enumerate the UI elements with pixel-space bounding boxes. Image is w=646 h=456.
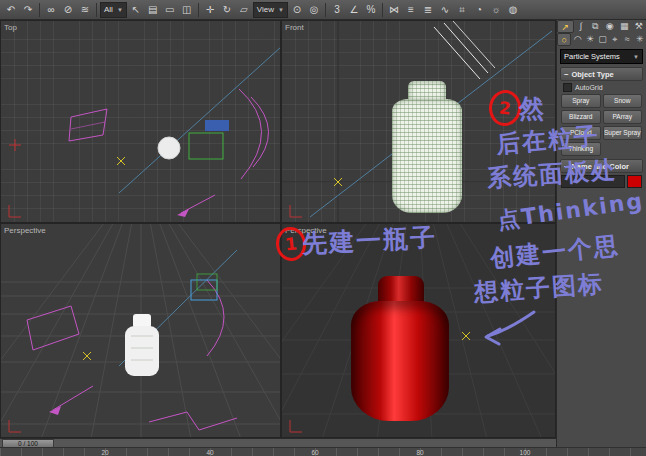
hierarchy-tab-icon[interactable]: ⧉ — [588, 20, 603, 33]
layer-manager-icon[interactable]: ≣ — [420, 2, 436, 18]
deflector-plane-wireframe[interactable] — [27, 306, 79, 350]
pivot-center-icon[interactable]: ⊙ — [289, 2, 305, 18]
name-color-rollout-header[interactable]: − Name and Color — [560, 159, 643, 173]
window-crossing-icon[interactable]: ◫ — [179, 2, 195, 18]
viewport-perspective-left[interactable]: Perspective — [0, 223, 281, 438]
snow-button[interactable]: Snow — [603, 94, 643, 108]
select-rotate-icon[interactable]: ↻ — [219, 2, 235, 18]
bottle-cap-shaded[interactable] — [133, 314, 151, 328]
parray-button[interactable]: PArray — [603, 110, 643, 124]
systems-category-icon[interactable]: ✳ — [634, 33, 646, 46]
align-icon[interactable]: ≡ — [403, 2, 419, 18]
rect-selection-region-icon[interactable]: ▭ — [162, 2, 178, 18]
chevron-down-icon: ▼ — [117, 7, 123, 13]
space-warps-category-icon[interactable]: ≈ — [621, 33, 633, 46]
bind-spacewarp-icon[interactable]: ≋ — [77, 2, 93, 18]
track-bar[interactable]: 20 40 60 80 100 — [0, 447, 646, 456]
select-by-name-icon[interactable]: ▤ — [145, 2, 161, 18]
viewport-front[interactable]: Front — [281, 20, 556, 223]
percent-snap-icon[interactable]: % — [363, 2, 379, 18]
spray-button[interactable]: Spray — [561, 94, 601, 108]
angle-snap-icon[interactable]: ∠ — [346, 2, 362, 18]
undo-icon[interactable]: ↶ — [3, 2, 19, 18]
toolbar-separator — [382, 3, 383, 17]
reference-coordinate-dropdown[interactable]: View ▼ — [253, 2, 288, 18]
rollout-collapse-icon: − — [564, 162, 568, 171]
bottle-body-wireframe[interactable] — [392, 99, 462, 213]
thinking-button[interactable]: Thinking — [561, 142, 601, 156]
material-editor-icon[interactable]: ◔ — [471, 2, 487, 18]
curve-editor-icon[interactable]: ∿ — [437, 2, 453, 18]
object-name-field[interactable] — [561, 175, 625, 188]
category-dropdown-value: Particle Systems — [564, 52, 620, 61]
bottle-body-shaded[interactable] — [351, 301, 449, 421]
viewport-perspective-right[interactable]: Perspective — [281, 223, 556, 438]
emitter-line — [453, 21, 495, 68]
top-viewport-scene — [1, 21, 281, 223]
gravity-arrow-wireframe[interactable] — [53, 386, 93, 410]
spacewarp-arc-wireframe[interactable] — [207, 280, 224, 356]
origin-axis-marker — [9, 139, 21, 151]
viewport-top[interactable]: Top — [0, 20, 281, 223]
reference-coordinate-value: View — [257, 5, 274, 14]
geometry-category-dropdown[interactable]: Particle Systems ▼ — [560, 49, 643, 64]
viewport-axis-tripod — [9, 420, 21, 432]
toolbar-separator — [198, 3, 199, 17]
select-manipulate-icon[interactable]: ◎ — [306, 2, 322, 18]
select-link-icon[interactable]: ∞ — [43, 2, 59, 18]
bottle-cap-wireframe[interactable] — [408, 81, 446, 101]
object-color-swatch[interactable] — [627, 175, 642, 188]
snaps-toggle-icon[interactable]: 3 — [329, 2, 345, 18]
viewport-label[interactable]: Perspective — [4, 226, 46, 235]
render-setup-icon[interactable]: ☼ — [488, 2, 504, 18]
autogrid-checkbox[interactable] — [563, 83, 572, 92]
viewport-axis-tripod — [290, 205, 302, 217]
helpers-category-icon[interactable]: ⌖ — [609, 33, 621, 46]
lights-category-icon[interactable]: ☀ — [584, 33, 596, 46]
sphere-object[interactable] — [158, 137, 180, 159]
toolbar-separator — [96, 3, 97, 17]
select-move-icon[interactable]: ✛ — [202, 2, 218, 18]
super-spray-button[interactable]: Super Spray — [603, 126, 643, 140]
name-color-row — [561, 175, 642, 188]
motion-tab-icon[interactable]: ◉ — [603, 20, 618, 33]
rollout-title: Object Type — [571, 70, 613, 79]
select-scale-icon[interactable]: ▱ — [236, 2, 252, 18]
viewport-axis-tripod — [290, 420, 302, 432]
gravity-arrow-wireframe[interactable] — [181, 195, 215, 213]
spline-wireframe — [149, 412, 237, 430]
schematic-view-icon[interactable]: ⌗ — [454, 2, 470, 18]
unlink-selection-icon[interactable]: ⊘ — [60, 2, 76, 18]
pcloud-button[interactable]: PCloud — [561, 126, 601, 140]
shapes-category-icon[interactable]: ◠ — [571, 33, 583, 46]
blizzard-button[interactable]: Blizzard — [561, 110, 601, 124]
spacewarp-arc-wireframe — [251, 97, 269, 167]
utilities-tab-icon[interactable]: ⚒ — [632, 20, 646, 33]
selection-filter-dropdown[interactable]: All ▼ — [100, 2, 127, 18]
viewport-label[interactable]: Front — [285, 23, 304, 32]
geometry-category-icon[interactable]: ○ — [557, 33, 571, 46]
select-object-icon[interactable]: ↖ — [128, 2, 144, 18]
redo-icon[interactable]: ↷ — [20, 2, 36, 18]
command-panel: ↗ ∫ ⧉ ◉ ▦ ⚒ ○ ◠ ☀ ▢ ⌖ ≈ ✳ Particle Syste… — [556, 20, 646, 447]
render-icon[interactable]: ◍ — [505, 2, 521, 18]
object-type-rollout-header[interactable]: − Object Type — [560, 67, 643, 81]
deflector-plane-wireframe — [71, 122, 105, 129]
rollout-title: Name and Color — [571, 162, 629, 171]
emitter-line — [434, 27, 480, 79]
cameras-category-icon[interactable]: ▢ — [596, 33, 608, 46]
modify-tab-icon[interactable]: ∫ — [574, 20, 589, 33]
viewport-label[interactable]: Perspective — [285, 226, 327, 235]
toolbar-separator — [325, 3, 326, 17]
toolbar-separator — [39, 3, 40, 17]
emitter-line — [444, 23, 488, 73]
pivot-x-marker — [83, 352, 91, 360]
display-tab-icon[interactable]: ▦ — [617, 20, 632, 33]
chevron-down-icon: ▼ — [633, 54, 639, 60]
viewport-label[interactable]: Top — [4, 23, 17, 32]
mirror-icon[interactable]: ⋈ — [386, 2, 402, 18]
create-tab-icon[interactable]: ↗ — [557, 20, 574, 33]
3dsmax-window: ↶ ↷ ∞ ⊘ ≋ All ▼ ↖ ▤ ▭ ◫ ✛ ↻ ▱ View ▼ ⊙ ◎… — [0, 0, 646, 456]
bottle-body-shaded[interactable] — [125, 326, 159, 376]
spacewarp-arc-wireframe[interactable] — [239, 89, 262, 179]
